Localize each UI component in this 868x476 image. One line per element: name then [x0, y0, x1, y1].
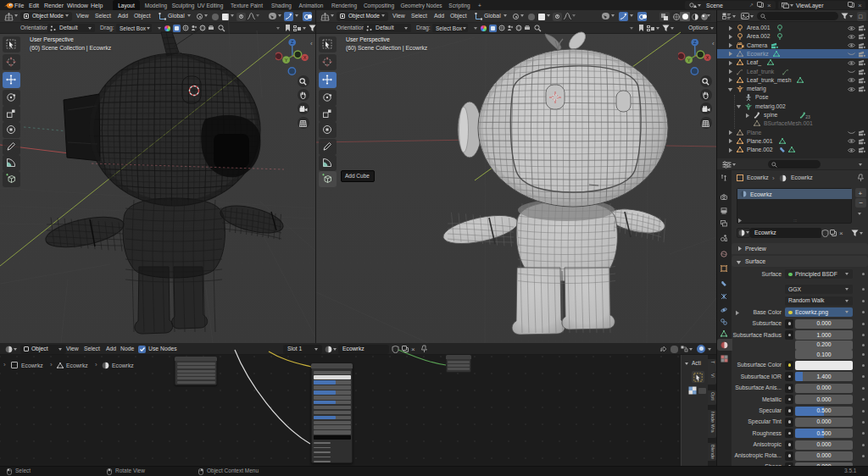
- svg-text:X: X: [706, 55, 709, 60]
- svg-text:Y: Y: [285, 58, 288, 63]
- svg-text:Y: Y: [687, 58, 691, 63]
- svg-text:X: X: [303, 55, 307, 60]
